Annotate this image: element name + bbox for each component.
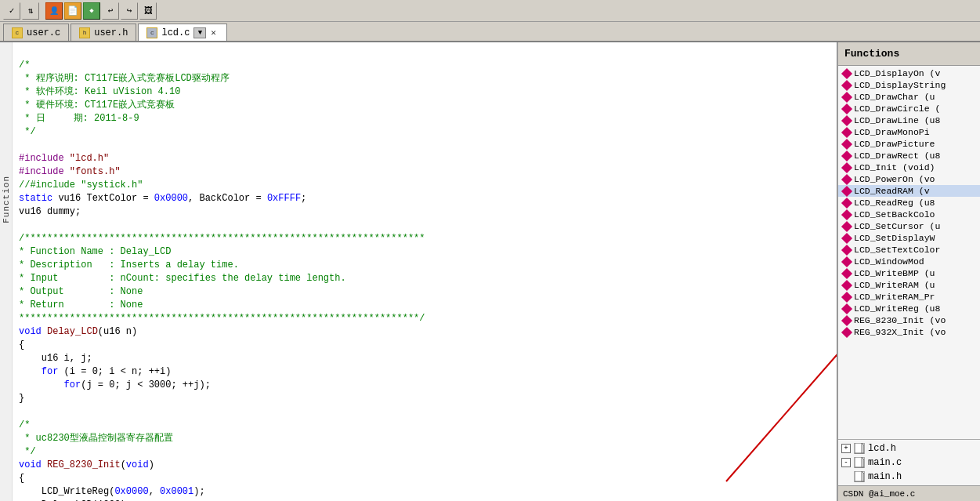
toolbar-check-btn[interactable]: ✓	[3, 2, 20, 20]
toolbar-redo-btn[interactable]: ↪	[121, 2, 138, 20]
func-item-12[interactable]: LCD_ReadReg (u8	[838, 197, 980, 209]
func-item-7[interactable]: LCD_DrawPicture	[838, 138, 980, 150]
func-item-16[interactable]: LCD_SetTextColor	[838, 244, 980, 256]
func-diamond-icon	[841, 279, 852, 290]
func-item-8[interactable]: LCD_DrawRect (u8	[838, 150, 980, 162]
func-diamond-icon	[841, 244, 852, 255]
func-item-2[interactable]: LCD_DisplayString	[838, 79, 980, 91]
func-item-19[interactable]: LCD_WriteRAM (u	[838, 279, 980, 291]
tab-userh-label: user.h	[94, 27, 128, 38]
tree-file-icon-lcdh	[854, 443, 865, 454]
svg-rect-4	[855, 471, 862, 481]
func-diamond-icon	[841, 197, 852, 208]
func-name-7: LCD_DrawPicture	[854, 139, 935, 149]
func-diamond-icon	[841, 185, 852, 196]
svg-rect-3	[855, 457, 862, 467]
main-layout: Function /* * 程序说明: CT117E嵌入式竞赛板LCD驱动程序 …	[0, 42, 980, 501]
func-diamond-icon	[841, 138, 852, 149]
tab-dropdown-btn[interactable]: ▼	[193, 27, 206, 38]
func-diamond-icon	[841, 91, 852, 102]
code-scroll[interactable]: /* * 程序说明: CT117E嵌入式竞赛板LCD驱动程序 * 软件环境: K…	[13, 42, 837, 501]
func-diamond-icon	[841, 173, 852, 184]
func-diamond-icon	[841, 126, 852, 137]
functions-header: Functions	[838, 42, 980, 66]
tab-close-area: ▼ ✕	[193, 27, 219, 38]
func-diamond-icon	[841, 150, 852, 161]
tree-section: + lcd.h - main.c main.h	[838, 439, 980, 485]
func-diamond-icon	[841, 267, 852, 278]
func-item-9[interactable]: LCD_Init (void)	[838, 162, 980, 173]
func-item-1[interactable]: LCD_DisplayOn (v	[838, 67, 980, 79]
func-item-18[interactable]: LCD_WriteBMP (u	[838, 267, 980, 279]
tab-close-btn[interactable]: ✕	[208, 27, 219, 38]
left-gutter: Function	[0, 42, 13, 501]
func-name-23: REG_932X_Init (vo	[854, 327, 946, 337]
func-name-13: LCD_SetBackColo	[854, 209, 935, 220]
func-name-22: REG_8230_Init (vo	[854, 315, 946, 325]
tab-userc-label: user.c	[27, 27, 60, 38]
func-name-21: LCD_WriteReg (u8	[854, 303, 940, 314]
toolbar-copy-btn[interactable]: 📄	[64, 2, 81, 20]
status-bar: CSDN @ai_moe.c	[838, 485, 980, 501]
tab-userc-icon: c	[12, 27, 23, 38]
func-item-11[interactable]: LCD_ReadRAM (v	[838, 185, 980, 197]
tree-item-mainh[interactable]: main.h	[838, 470, 980, 484]
func-diamond-icon	[841, 209, 852, 220]
toolbar-user-btn[interactable]: 👤	[45, 2, 63, 20]
func-item-23[interactable]: REG_932X_Init (vo	[838, 326, 980, 338]
tree-label-lcdh: lcd.h	[868, 443, 896, 454]
tab-lcdc-label: lcd.c	[161, 27, 190, 38]
tab-userc[interactable]: c user.c	[3, 24, 69, 41]
tabs-bar: c user.c h user.h c lcd.c ▼ ✕	[0, 22, 980, 42]
tab-lcdc-icon: c	[146, 27, 157, 38]
func-name-9: LCD_Init (void)	[854, 162, 935, 172]
func-name-4: LCD_DrawCircle (	[854, 103, 940, 114]
func-name-12: LCD_ReadReg (u8	[854, 198, 935, 208]
func-item-3[interactable]: LCD_DrawChar (u	[838, 91, 980, 103]
toolbar-diamond-btn[interactable]: ◆	[83, 2, 100, 20]
func-name-11: LCD_ReadRAM (v	[854, 186, 930, 196]
func-diamond-icon	[841, 103, 852, 114]
func-item-4[interactable]: LCD_DrawCircle (	[838, 103, 980, 114]
func-item-6[interactable]: LCD_DrawMonoPi	[838, 126, 980, 138]
func-item-13[interactable]: LCD_SetBackColo	[838, 209, 980, 220]
func-diamond-icon	[841, 291, 852, 302]
toolbar-image-btn[interactable]: 🖼	[139, 2, 157, 20]
tab-userh[interactable]: h user.h	[71, 24, 136, 41]
func-name-18: LCD_WriteBMP (u	[854, 268, 935, 278]
toolbar-undo-btn[interactable]: ↩	[102, 2, 119, 20]
func-diamond-icon	[841, 303, 852, 314]
func-item-5[interactable]: LCD_DrawLine (u8	[838, 114, 980, 126]
func-name-1: LCD_DisplayOn (v	[854, 68, 940, 78]
func-item-14[interactable]: LCD_SetCursor (u	[838, 220, 980, 232]
func-item-21[interactable]: LCD_WriteReg (u8	[838, 303, 980, 314]
functions-list[interactable]: LCD_DisplayOn (v LCD_DisplayString LCD_D…	[838, 66, 980, 439]
functions-panel: Functions LCD_DisplayOn (v LCD_DisplaySt…	[837, 42, 980, 501]
tree-label-mainc: main.c	[868, 457, 902, 468]
func-item-10[interactable]: LCD_PowerOn (vo	[838, 173, 980, 185]
func-diamond-icon	[841, 79, 852, 90]
code-content: /* * 程序说明: CT117E嵌入式竞赛板LCD驱动程序 * 软件环境: K…	[13, 42, 837, 501]
func-item-22[interactable]: REG_8230_Init (vo	[838, 314, 980, 326]
func-name-5: LCD_DrawLine (u8	[854, 115, 940, 125]
func-diamond-icon	[841, 256, 852, 267]
func-item-20[interactable]: LCD_WriteRAM_Pr	[838, 291, 980, 303]
tree-item-mainc[interactable]: - main.c	[838, 456, 980, 470]
func-name-6: LCD_DrawMonoPi	[854, 127, 930, 137]
tree-toggle-lcdh[interactable]: +	[841, 444, 851, 453]
func-diamond-icon	[841, 162, 852, 172]
func-item-17[interactable]: LCD_WindowMod	[838, 256, 980, 267]
tree-file-icon-mainc	[854, 457, 865, 468]
tree-item-lcdh[interactable]: + lcd.h	[838, 441, 980, 456]
func-diamond-icon	[841, 314, 852, 325]
tab-lcdc[interactable]: c lcd.c ▼ ✕	[138, 24, 227, 41]
gutter-label: Function	[2, 176, 11, 223]
func-item-15[interactable]: LCD_SetDisplayW	[838, 232, 980, 244]
functions-title: Functions	[844, 48, 899, 60]
tree-toggle-mainc[interactable]: -	[841, 458, 851, 467]
func-name-2: LCD_DisplayString	[854, 80, 946, 90]
func-name-3: LCD_DrawChar (u	[854, 92, 935, 102]
toolbar-arrow-btn[interactable]: ⇅	[22, 2, 39, 20]
func-diamond-icon	[841, 220, 852, 231]
tree-label-mainh: main.h	[868, 471, 902, 482]
